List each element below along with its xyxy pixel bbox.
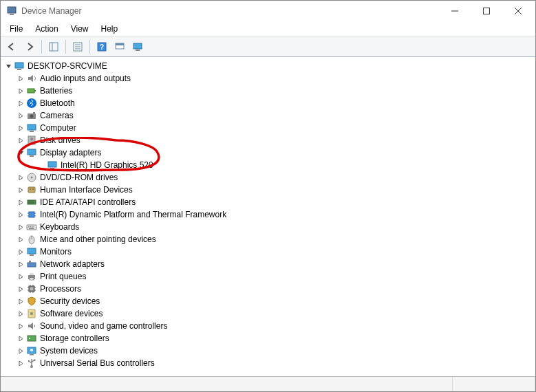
tree-category[interactable]: Software devices xyxy=(1,307,535,320)
tree-category[interactable]: Monitors xyxy=(1,246,535,258)
tree-category[interactable]: DVD/CD-ROM drives xyxy=(1,171,535,184)
svg-rect-76 xyxy=(28,336,36,341)
minimize-button[interactable] xyxy=(439,1,471,21)
chevron-right-icon[interactable] xyxy=(16,261,25,268)
tree-category[interactable]: Audio inputs and outputs xyxy=(1,72,535,85)
chevron-right-icon[interactable] xyxy=(16,336,25,342)
statusbar xyxy=(1,376,535,391)
svg-rect-30 xyxy=(28,149,36,155)
chevron-right-icon[interactable] xyxy=(16,286,25,292)
svg-rect-37 xyxy=(30,188,31,190)
tree-device[interactable]: Intel(R) HD Graphics 520 xyxy=(1,159,535,171)
svg-point-24 xyxy=(30,115,34,118)
svg-rect-16 xyxy=(133,43,142,49)
tree-item-label: Display adapters xyxy=(40,148,105,157)
chevron-right-icon[interactable] xyxy=(16,113,25,119)
chevron-right-icon[interactable] xyxy=(16,125,25,131)
svg-rect-65 xyxy=(30,287,33,290)
tree-item-label: Intel(R) Dynamic Platform and Thermal Fr… xyxy=(40,210,231,219)
svg-rect-33 xyxy=(50,168,54,169)
svg-rect-38 xyxy=(32,188,34,190)
chevron-right-icon[interactable] xyxy=(16,100,25,107)
svg-rect-32 xyxy=(48,162,56,167)
toolbar-separator xyxy=(89,40,90,54)
chevron-right-icon[interactable] xyxy=(16,175,25,181)
chevron-right-icon[interactable] xyxy=(16,224,25,230)
menu-view[interactable]: View xyxy=(65,23,95,35)
maximize-button[interactable] xyxy=(471,1,502,21)
properties-button[interactable] xyxy=(69,39,86,55)
tree-category[interactable]: Sound, video and game controllers xyxy=(1,320,535,332)
tree-item-label: Computer xyxy=(40,123,81,133)
svg-rect-26 xyxy=(28,124,36,130)
chevron-right-icon[interactable] xyxy=(16,323,25,329)
chevron-right-icon[interactable] xyxy=(16,274,25,280)
menu-action[interactable]: Action xyxy=(29,23,64,35)
monitor-icon xyxy=(47,160,58,171)
chevron-right-icon[interactable] xyxy=(16,249,25,255)
close-button[interactable] xyxy=(502,1,534,21)
tree-category[interactable]: Batteries xyxy=(1,85,535,97)
hid-icon xyxy=(26,184,37,195)
chevron-right-icon[interactable] xyxy=(16,360,25,367)
help-button[interactable]: ? xyxy=(94,39,110,55)
tree-category[interactable]: Intel(R) Dynamic Platform and Thermal Fr… xyxy=(1,208,535,221)
menu-file[interactable]: File xyxy=(3,23,29,35)
chevron-right-icon[interactable] xyxy=(16,76,25,82)
tree-item-label: Batteries xyxy=(40,86,76,96)
tree-category[interactable]: Storage controllers xyxy=(1,332,535,345)
devices-computer-button[interactable] xyxy=(129,39,146,55)
chevron-right-icon[interactable] xyxy=(16,298,25,305)
tree-category[interactable]: Processors xyxy=(1,283,535,295)
tree-item-label: Audio inputs and outputs xyxy=(40,74,135,83)
svg-rect-52 xyxy=(32,226,34,228)
scan-hardware-button[interactable] xyxy=(111,39,128,55)
chevron-down-icon[interactable] xyxy=(3,63,13,69)
svg-rect-15 xyxy=(116,43,124,45)
chevron-right-icon[interactable] xyxy=(16,88,25,94)
toolbar: ? xyxy=(1,36,535,57)
chevron-right-icon[interactable] xyxy=(16,348,25,354)
tree-category[interactable]: Human Interface Devices xyxy=(1,184,535,196)
tree-category[interactable]: Network adapters xyxy=(1,258,535,270)
network-icon xyxy=(26,259,37,270)
tree-category[interactable]: Universal Serial Bus controllers xyxy=(1,357,535,369)
svg-rect-21 xyxy=(34,90,36,91)
svg-rect-25 xyxy=(33,112,35,113)
svg-rect-27 xyxy=(30,131,34,132)
tree-item-label: Network adapters xyxy=(40,259,109,269)
toolbar-separator xyxy=(41,40,42,54)
status-cell xyxy=(1,377,453,391)
forward-button[interactable] xyxy=(21,39,38,55)
svg-point-77 xyxy=(29,338,30,339)
svg-rect-17 xyxy=(136,50,140,51)
show-hide-tree-button[interactable] xyxy=(45,39,62,55)
chevron-right-icon[interactable] xyxy=(16,199,25,206)
tree-category[interactable]: Display adapters xyxy=(1,146,535,159)
tree-item-label: Universal Serial Bus controllers xyxy=(40,358,159,368)
chevron-down-icon[interactable] xyxy=(16,150,25,156)
tree-category[interactable]: Print queues xyxy=(1,270,535,283)
menu-help[interactable]: Help xyxy=(95,23,125,35)
tree-category[interactable]: Bluetooth xyxy=(1,97,535,109)
system-icon xyxy=(26,345,37,356)
chevron-right-icon[interactable] xyxy=(16,212,25,218)
back-button[interactable] xyxy=(3,39,20,55)
tree-category[interactable]: Disk drives xyxy=(1,134,535,146)
tree-category[interactable]: Cameras xyxy=(1,109,535,122)
disk-icon xyxy=(26,135,37,146)
chevron-right-icon[interactable] xyxy=(16,187,25,193)
tree-category[interactable]: Mice and other pointing devices xyxy=(1,233,535,246)
tree-category[interactable]: Keyboards xyxy=(1,221,535,233)
chevron-right-icon[interactable] xyxy=(16,311,25,317)
toolbar-separator xyxy=(65,40,66,54)
chevron-right-icon[interactable] xyxy=(16,237,25,243)
tree-root[interactable]: DESKTOP-SRCVIME xyxy=(1,60,535,72)
tree-category[interactable]: Computer xyxy=(1,122,535,134)
tree-category[interactable]: IDE ATA/ATAPI controllers xyxy=(1,196,535,208)
svg-rect-56 xyxy=(28,248,36,254)
tree-category[interactable]: System devices xyxy=(1,345,535,357)
tree-category[interactable]: Security devices xyxy=(1,295,535,307)
device-tree[interactable]: DESKTOP-SRCVIMEAudio inputs and outputsB… xyxy=(1,57,535,376)
chevron-right-icon[interactable] xyxy=(16,138,25,144)
